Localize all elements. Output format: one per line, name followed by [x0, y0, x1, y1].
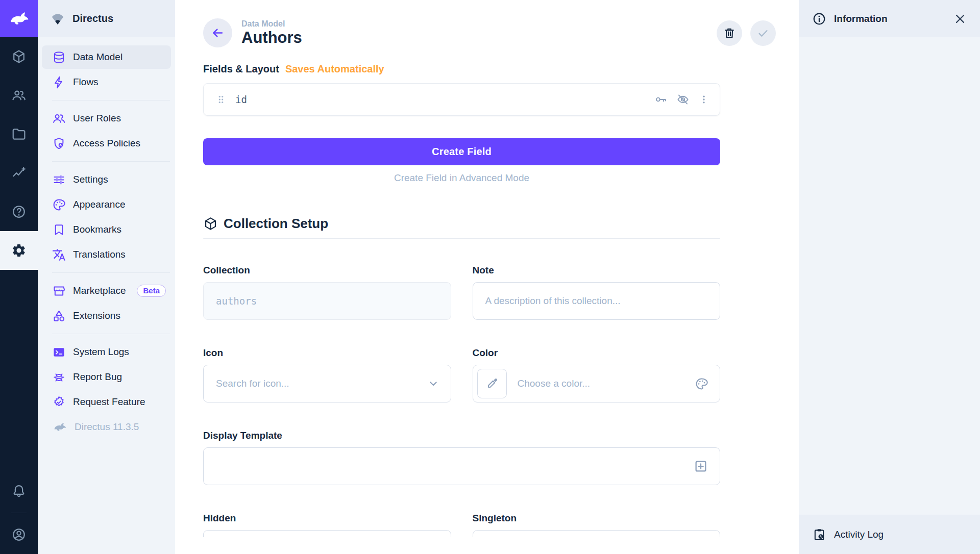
module-settings[interactable]	[0, 231, 38, 270]
drag-handle-icon[interactable]	[215, 94, 227, 105]
help-icon	[11, 204, 27, 219]
nav-item-user-roles[interactable]: User Roles	[42, 107, 171, 130]
note-input[interactable]	[473, 282, 721, 320]
section-divider	[203, 238, 720, 239]
icon-search-input[interactable]	[203, 365, 451, 402]
nav-item-data-model[interactable]: Data Model	[42, 45, 171, 69]
module-help[interactable]	[0, 192, 38, 231]
create-field-advanced-link[interactable]: Create Field in Advanced Mode	[203, 172, 720, 184]
nav-divider	[52, 272, 170, 273]
nav-item-translations[interactable]: Translations	[42, 243, 171, 266]
database-icon	[52, 51, 66, 64]
bell-icon	[11, 484, 27, 499]
translate-icon	[52, 248, 66, 262]
storefront-icon	[52, 284, 66, 298]
app-window: Directus Data Model Flows User Roles Acc…	[0, 0, 980, 554]
rabbit-logo-icon	[7, 11, 31, 27]
nav-item-label: Extensions	[73, 310, 120, 321]
chevron-down-icon[interactable]	[427, 377, 440, 390]
form-row-collection-note: Collection Note	[203, 265, 720, 320]
fields-layout-heading: Fields & Layout Saves Automatically	[203, 63, 720, 75]
module-bar	[0, 0, 38, 554]
icon-label: Icon	[203, 347, 451, 359]
display-template-input[interactable]	[203, 447, 720, 485]
nav-item-request-feature[interactable]: Request Feature	[42, 390, 171, 414]
delete-collection-button[interactable]	[717, 20, 742, 46]
note-label: Note	[473, 265, 721, 276]
beta-badge: Beta	[137, 285, 166, 297]
insights-icon	[11, 165, 27, 181]
module-bar-spacer	[0, 270, 38, 472]
field-row-id[interactable]: id	[203, 83, 720, 116]
notifications-button[interactable]	[0, 472, 38, 511]
hidden-label: Hidden	[203, 513, 451, 524]
singleton-toggle[interactable]	[473, 530, 721, 537]
clipboard-clock-icon	[812, 527, 826, 542]
more-vertical-icon[interactable]	[698, 94, 709, 105]
collection-label: Collection	[203, 265, 451, 276]
hidden-toggle[interactable]	[203, 530, 451, 537]
breadcrumb: Data Model	[241, 19, 302, 29]
category-icon	[52, 309, 66, 323]
nav-item-label: Request Feature	[73, 396, 145, 408]
activity-log-section[interactable]: Activity Log	[799, 515, 980, 554]
module-content[interactable]	[0, 37, 38, 76]
nav-item-settings[interactable]: Settings	[42, 168, 171, 191]
nav-item-version: Directus 11.3.5	[42, 415, 171, 439]
nav-item-report-bug[interactable]: Report Bug	[42, 365, 171, 389]
bug-icon	[52, 370, 66, 384]
project-header[interactable]: Directus	[38, 0, 175, 37]
create-field-button[interactable]: Create Field	[203, 138, 720, 165]
nav-divider	[52, 161, 170, 162]
module-files[interactable]	[0, 115, 38, 154]
collection-field-group: Collection	[203, 265, 451, 320]
project-status-icon	[51, 12, 65, 26]
account-circle-icon	[11, 527, 27, 542]
nav-item-system-logs[interactable]: System Logs	[42, 340, 171, 364]
nav-item-flows[interactable]: Flows	[42, 70, 171, 94]
module-users[interactable]	[0, 76, 38, 115]
fields-layout-label: Fields & Layout	[203, 63, 279, 75]
nav-item-label: Settings	[73, 174, 108, 185]
project-name: Directus	[72, 13, 113, 24]
info-icon	[812, 12, 826, 26]
singleton-label: Singleton	[473, 513, 721, 524]
back-button[interactable]	[203, 18, 232, 47]
module-insights[interactable]	[0, 154, 38, 192]
palette-icon[interactable]	[695, 377, 708, 391]
cube-icon	[11, 49, 27, 64]
add-box-icon[interactable]	[693, 459, 708, 474]
nav-item-extensions[interactable]: Extensions	[42, 304, 171, 328]
nav-divider	[52, 100, 170, 100]
shield-user-icon	[52, 137, 66, 150]
directus-logo[interactable]	[0, 0, 38, 37]
tune-icon	[52, 173, 66, 187]
color-input[interactable]: Choose a color...	[473, 365, 721, 402]
nav-item-bookmarks[interactable]: Bookmarks	[42, 218, 171, 241]
feature-badge-icon	[52, 395, 66, 409]
nav-item-access-policies[interactable]: Access Policies	[42, 132, 171, 155]
nav-item-label: Access Policies	[73, 138, 140, 149]
key-icon	[654, 93, 668, 106]
people-icon	[11, 88, 27, 103]
color-field-group: Color Choose a color...	[473, 347, 721, 402]
title-block: Data Model Authors	[241, 19, 302, 47]
main-content: Data Model Authors Fields & Layout Saves…	[175, 0, 799, 554]
nav-item-label: System Logs	[73, 346, 129, 358]
close-icon[interactable]	[953, 12, 967, 26]
color-label: Color	[473, 347, 721, 359]
nav-item-marketplace[interactable]: MarketplaceBeta	[42, 279, 171, 303]
rabbit-icon	[52, 420, 67, 434]
user-menu-button[interactable]	[0, 515, 38, 554]
bolt-icon	[52, 75, 66, 89]
nav-list: Data Model Flows User Roles Access Polic…	[38, 37, 175, 440]
settings-gear-icon	[11, 243, 27, 258]
sidebar-header: Information	[799, 0, 980, 37]
eyedropper-button[interactable]	[477, 369, 507, 398]
collection-setup-title: Collection Setup	[224, 216, 328, 232]
nav-item-appearance[interactable]: Appearance	[42, 193, 171, 216]
autosave-label: Saves Automatically	[285, 63, 384, 75]
nav-item-label: Translations	[73, 249, 126, 260]
header-actions	[717, 20, 776, 46]
save-button[interactable]	[750, 20, 776, 46]
